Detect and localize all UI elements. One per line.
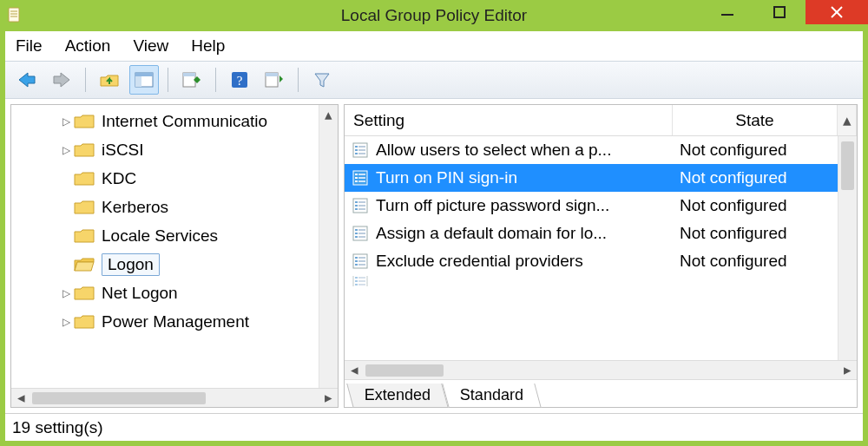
folder-icon [74,227,96,245]
grid-row-partial [345,275,838,287]
grid-row[interactable]: Exclude credential providersNot configur… [345,247,838,275]
tree-item[interactable]: ▷Internet Communicatio [11,107,338,135]
scroll-left-icon[interactable]: ◂ [345,361,364,380]
tree-horizontal-scrollbar[interactable]: ◂ ▸ [11,388,338,407]
menubar: File Action View Help [5,31,863,61]
svg-rect-14 [183,73,195,76]
tree-item-label: Power Management [102,312,249,331]
app-icon [5,6,24,25]
tree-item-label: iSCSI [102,141,144,160]
column-setting[interactable]: Setting [345,105,673,135]
tree-item[interactable]: Locale Services [11,221,338,250]
grid-body[interactable]: Allow users to select when a p...Not con… [345,136,857,360]
export-button[interactable] [177,65,207,95]
grid-row[interactable]: Allow users to select when a p...Not con… [345,136,838,164]
minimize-button[interactable] [701,0,753,24]
policy-icon [350,195,371,216]
svg-rect-32 [358,174,365,175]
tree-item-label: Kerberos [102,198,168,217]
expander-icon[interactable]: ▷ [58,316,74,328]
forward-button[interactable] [47,65,76,95]
menu-file[interactable]: File [16,36,43,56]
svg-rect-41 [358,205,365,207]
svg-rect-57 [358,264,365,266]
folder-icon [74,256,96,273]
scroll-right-icon[interactable]: ▸ [319,389,338,408]
details-pane-button[interactable] [129,65,159,95]
tab-extended[interactable]: Extended [346,384,449,408]
cell-state: Not configured [673,224,838,243]
svg-rect-45 [355,229,358,231]
svg-rect-46 [358,229,365,231]
svg-rect-60 [358,277,365,279]
expander-icon[interactable]: ▷ [58,287,74,299]
menu-action[interactable]: Action [65,36,111,56]
folder-icon [74,313,96,331]
grid-row[interactable]: Turn on PIN sign-inNot configured [345,164,838,192]
grid-row[interactable]: Assign a default domain for lo...Not con… [345,220,838,247]
svg-rect-48 [358,233,365,234]
svg-rect-0 [9,8,19,22]
scroll-up-icon[interactable]: ▴ [838,105,857,135]
cell-state: Not configured [673,252,838,271]
tree-item[interactable]: Logon [11,250,338,279]
svg-text:?: ? [237,74,243,88]
status-text: 19 setting(s) [12,418,103,437]
tree-vertical-scrollbar[interactable]: ▴ [319,105,338,388]
svg-rect-39 [358,201,365,203]
grid-horizontal-scrollbar[interactable]: ◂ ▸ [345,360,857,379]
tree-item[interactable]: ▷Power Management [11,307,338,336]
menu-help[interactable]: Help [191,36,225,56]
titlebar: Local Group Policy Editor [0,0,868,31]
tree-item[interactable]: KDC [11,164,338,193]
svg-marker-21 [279,75,283,82]
svg-rect-29 [358,153,365,154]
svg-marker-8 [19,73,35,87]
policy-icon [350,140,371,161]
tab-bar: Extended Standard [345,379,857,407]
cell-setting: Turn off picture password sign... [376,196,673,215]
maximize-button[interactable] [753,0,806,24]
close-button[interactable] [806,0,868,24]
svg-rect-34 [358,177,365,179]
svg-rect-62 [358,280,365,282]
toolbar-separator [85,68,86,92]
svg-rect-24 [355,146,358,148]
help-button[interactable]: ? [225,65,254,95]
folder-icon [74,113,96,130]
column-state[interactable]: State [673,105,838,135]
tree-item[interactable]: ▷Net Logon [11,279,338,307]
svg-rect-28 [355,153,358,154]
toolbar: ? [5,61,863,99]
cell-setting: Exclude credential providers [376,252,673,271]
grid-vertical-scrollbar[interactable] [838,136,857,360]
window: Local Group Policy Editor File Action Vi… [0,0,868,446]
folder-icon [74,285,96,302]
up-folder-button[interactable] [95,65,124,95]
menu-view[interactable]: View [133,36,168,56]
tree-item[interactable]: Kerberos [11,193,338,221]
svg-rect-63 [355,284,358,285]
svg-rect-52 [355,257,358,259]
svg-rect-38 [355,201,358,203]
svg-rect-5 [774,7,785,17]
filter-button[interactable] [307,65,337,95]
tree-scroll[interactable]: ▷Internet Communicatio▷iSCSIKDCKerberosL… [11,105,338,388]
scroll-left-icon[interactable]: ◂ [11,389,30,408]
svg-marker-22 [315,74,329,87]
tree-item[interactable]: ▷iSCSI [11,135,338,164]
properties-button[interactable] [260,65,289,95]
statusbar: 19 setting(s) [5,413,863,441]
grid-row[interactable]: Turn off picture password sign...Not con… [345,192,838,220]
tab-standard[interactable]: Standard [442,384,542,408]
expander-icon[interactable]: ▷ [58,144,74,156]
folder-icon [74,199,96,216]
expander-icon[interactable]: ▷ [58,115,74,128]
svg-rect-42 [355,208,358,210]
svg-rect-59 [355,277,358,279]
scroll-right-icon[interactable]: ▸ [838,361,857,380]
svg-rect-33 [355,177,358,179]
back-button[interactable] [12,65,42,95]
svg-rect-61 [355,280,358,282]
policy-icon [350,251,371,272]
